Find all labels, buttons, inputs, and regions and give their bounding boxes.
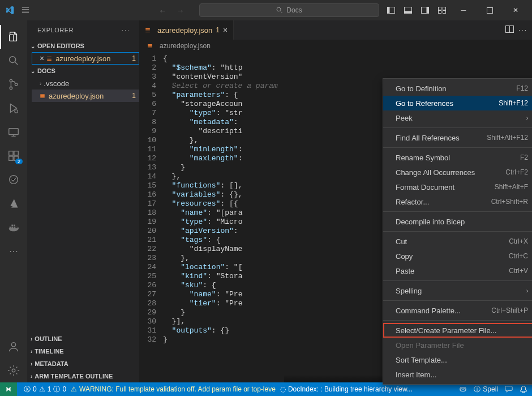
svg-rect-19	[14, 151, 18, 155]
activity-source-control[interactable]	[0, 73, 27, 96]
svg-rect-8	[443, 7, 446, 10]
menu-item[interactable]: PasteCtrl+V	[383, 263, 532, 278]
svg-point-12	[10, 57, 16, 63]
info-count-icon: ⓘ	[53, 385, 60, 394]
status-copilot[interactable]	[459, 385, 467, 393]
section-outline[interactable]: › OUTLINE	[27, 333, 139, 345]
chevron-right-icon: ›	[31, 336, 32, 342]
nav-back-button[interactable]: ←	[155, 5, 170, 16]
remote-indicator[interactable]	[0, 382, 17, 396]
chevron-right-icon: ›	[31, 348, 32, 355]
json-file-icon: ≣	[147, 42, 153, 50]
menu-item[interactable]: Insert Item...	[383, 367, 532, 382]
svg-point-27	[461, 388, 463, 390]
activity-run-debug[interactable]	[0, 96, 27, 120]
menu-item[interactable]: Refactor...Ctrl+Shift+R	[383, 194, 532, 209]
error-count-icon: ⓧ	[24, 385, 31, 394]
editor-more-button[interactable]: ···	[518, 26, 527, 34]
svg-rect-6	[427, 7, 429, 14]
extensions-badge: 2	[15, 159, 23, 164]
customize-layout-icon[interactable]	[435, 4, 449, 16]
menu-item[interactable]: Find All ReferencesShift+Alt+F12	[383, 130, 532, 145]
activity-testing[interactable]	[0, 168, 27, 191]
window-close-button[interactable]: ✕	[504, 1, 527, 19]
chevron-right-icon: ›	[31, 373, 32, 380]
svg-rect-17	[9, 129, 19, 135]
activity-remote-explorer[interactable]	[0, 120, 27, 144]
svg-point-13	[10, 79, 12, 82]
activity-settings[interactable]	[0, 359, 27, 382]
close-editor-button[interactable]: ×	[40, 54, 44, 63]
json-file-icon: ≣	[46, 54, 52, 62]
svg-point-24	[12, 369, 15, 372]
svg-point-0	[277, 7, 281, 11]
section-open-editors[interactable]: ⌄ OPEN EDITORS	[27, 40, 139, 52]
status-warning-message[interactable]: ⚠ WARNING: Full template validation off.…	[71, 385, 276, 393]
status-feedback[interactable]	[505, 385, 513, 393]
section-workspace[interactable]: ⌄ DOCS	[27, 65, 139, 77]
activity-more[interactable]: ⋯	[0, 239, 27, 263]
svg-rect-10	[443, 11, 446, 14]
menu-item[interactable]: Decompile into Bicep	[383, 214, 532, 229]
menu-item[interactable]: CutCtrl+X	[383, 234, 532, 249]
svg-rect-18	[9, 151, 13, 155]
menu-item[interactable]: Format DocumentShift+Alt+F	[383, 180, 532, 194]
svg-rect-4	[405, 11, 412, 14]
menu-item[interactable]: Spelling›	[383, 283, 532, 298]
menu-item[interactable]: CopyCtrl+C	[383, 249, 532, 263]
menu-item[interactable]: Peek›	[383, 110, 532, 125]
svg-rect-29	[460, 388, 466, 391]
layout-primary-icon[interactable]	[384, 4, 398, 16]
explorer-title: EXPLORER	[37, 27, 74, 33]
activity-search[interactable]	[0, 49, 27, 73]
activity-extensions[interactable]: 2	[0, 144, 27, 168]
activity-azure[interactable]	[0, 191, 27, 215]
json-file-icon: ≣	[145, 26, 151, 34]
status-spell[interactable]: ⓘ Spell	[474, 385, 498, 394]
svg-point-16	[15, 110, 18, 113]
nav-forward-button[interactable]: →	[173, 5, 188, 16]
section-metadata[interactable]: › METADATA	[27, 357, 139, 370]
loading-spinner-icon: ◌	[280, 385, 286, 393]
status-notifications[interactable]	[520, 385, 527, 393]
breadcrumb[interactable]: ≣ azuredeploy.json	[139, 40, 532, 52]
section-arm-outline[interactable]: › ARM TEMPLATE OUTLINE	[27, 370, 139, 382]
activity-bar: 2 ⋯	[0, 20, 27, 382]
menu-item[interactable]: Command Palette...Ctrl+Shift+P	[383, 303, 532, 318]
layout-panel-icon[interactable]	[401, 4, 415, 16]
main-menu-button[interactable]	[19, 6, 32, 15]
section-timeline[interactable]: › TIMELINE	[27, 345, 139, 357]
title-bar: ← → Docs ─ ✕	[0, 0, 532, 20]
editor-area: ≣ azuredeploy.json 1 × ··· ≣ azuredeploy…	[139, 20, 532, 382]
editor-tabs: ≣ azuredeploy.json 1 × ···	[139, 20, 532, 40]
tab-close-button[interactable]: ×	[223, 25, 228, 35]
tree-folder-vscode[interactable]: › .vscode	[32, 77, 139, 90]
activity-explorer[interactable]	[0, 25, 27, 49]
explorer-more-button[interactable]: ···	[122, 27, 130, 33]
editor-tab[interactable]: ≣ azuredeploy.json 1 ×	[139, 20, 234, 40]
menu-item[interactable]: Rename SymbolF2	[383, 150, 532, 165]
menu-item[interactable]: Go to DefinitionF12	[383, 81, 532, 96]
menu-item[interactable]: Go to ReferencesShift+F12	[383, 96, 532, 110]
svg-rect-2	[388, 7, 390, 14]
global-search-input[interactable]: Docs	[199, 3, 379, 17]
tree-file-azuredeploy[interactable]: ≣ azuredeploy.json 1	[32, 90, 139, 102]
window-minimize-button[interactable]: ─	[452, 1, 475, 19]
menu-item[interactable]: Change All OccurrencesCtrl+F2	[383, 165, 532, 180]
svg-point-15	[15, 83, 17, 86]
status-docindex[interactable]: ◌ DocIndex: : Building tree hierarchy vi…	[280, 385, 413, 393]
layout-secondary-icon[interactable]	[418, 4, 432, 16]
activity-docker[interactable]	[0, 215, 27, 239]
activity-accounts[interactable]	[0, 335, 27, 359]
menu-item[interactable]: Select/Create Parameter File...	[383, 323, 532, 338]
open-editor-item[interactable]: × ≣ azuredeploy.json 1	[32, 52, 139, 65]
menu-item: Open Parameter File	[383, 338, 532, 352]
json-file-icon: ≣	[40, 92, 45, 100]
split-editor-icon[interactable]	[505, 25, 514, 35]
window-maximize-button[interactable]	[478, 1, 501, 19]
vscode-logo-icon	[5, 5, 15, 15]
menu-item[interactable]: Sort Template...	[383, 352, 532, 367]
editor-context-menu: Go to DefinitionF12Go to ReferencesShift…	[383, 78, 532, 385]
svg-rect-11	[487, 7, 492, 13]
status-problems[interactable]: ⓧ0 ⚠1 ⓘ0	[24, 385, 66, 394]
